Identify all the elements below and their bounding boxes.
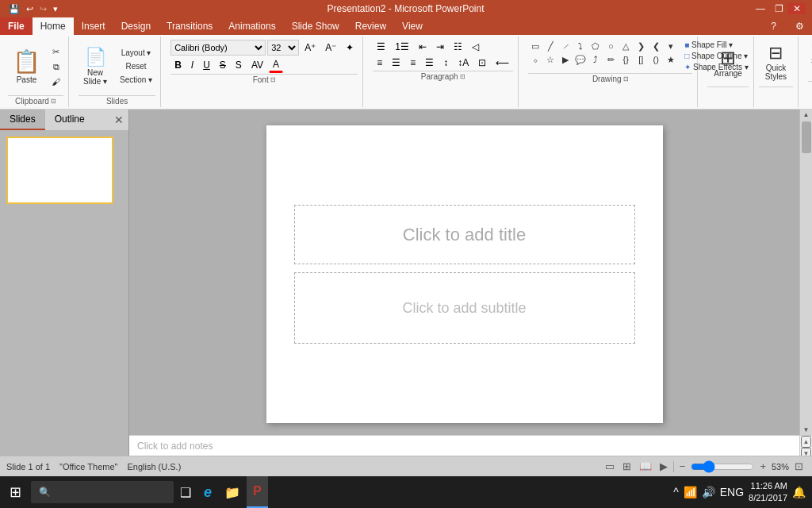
line-spacing-button[interactable]: ↕: [439, 56, 452, 70]
reading-view-button[interactable]: 📖: [637, 460, 654, 473]
slideshow-view-button[interactable]: ▶: [657, 460, 670, 473]
home-menu[interactable]: Home: [33, 17, 74, 35]
underline-button[interactable]: U: [199, 58, 214, 72]
shape-bracket[interactable]: []: [634, 53, 648, 66]
paragraph-expand-icon[interactable]: ⊡: [460, 73, 465, 80]
shape-callout[interactable]: 💬: [573, 53, 588, 66]
start-button[interactable]: ⊞: [0, 476, 31, 508]
taskbar-search[interactable]: [31, 481, 174, 503]
quick-access-save[interactable]: 💾: [6, 3, 22, 15]
shape-line[interactable]: ╱: [543, 40, 557, 52]
clipboard-expand-icon[interactable]: ⊡: [51, 98, 56, 105]
numbering-button[interactable]: 1☰: [391, 40, 413, 54]
fit-slide-button[interactable]: ⊡: [792, 460, 806, 473]
align-right-button[interactable]: ≡: [406, 56, 419, 70]
powerpoint-taskbar-button[interactable]: P: [247, 476, 268, 508]
font-color-button[interactable]: A: [269, 57, 283, 73]
font-size-select[interactable]: 32: [267, 40, 299, 56]
columns-button[interactable]: ☷: [450, 40, 466, 54]
ie-button[interactable]: e: [197, 476, 218, 508]
scroll-up-button[interactable]: ▲: [802, 110, 811, 120]
clear-format-button[interactable]: ✦: [342, 40, 358, 55]
justify-button[interactable]: ☰: [421, 56, 438, 70]
notifications-icon[interactable]: 🔔: [792, 486, 806, 498]
align-left-button[interactable]: ≡: [373, 56, 386, 70]
italic-button[interactable]: I: [187, 58, 197, 72]
normal-view-button[interactable]: ▭: [603, 460, 617, 473]
shape-circle[interactable]: ○: [603, 40, 618, 52]
shape-star5[interactable]: ★: [664, 53, 678, 66]
shape-paren[interactable]: (): [649, 53, 663, 66]
systray-expand-icon[interactable]: ^: [673, 486, 679, 498]
shape-freeform[interactable]: ✏: [603, 53, 618, 66]
shape-pentagon[interactable]: ⬠: [588, 40, 603, 52]
transitions-menu[interactable]: Transitions: [159, 17, 220, 35]
shape-play[interactable]: ▶: [558, 53, 573, 66]
layout-button[interactable]: Layout ▾: [117, 47, 155, 59]
bold-button[interactable]: B: [170, 58, 186, 72]
quick-styles-button[interactable]: ⊟ QuickStyles: [759, 38, 793, 86]
network-icon[interactable]: 📶: [684, 486, 697, 498]
shape-rect[interactable]: ▭: [528, 40, 542, 52]
arrange-button[interactable]: ⊞ Arrange: [707, 38, 749, 86]
slide-canvas[interactable]: Click to add title Click to add subtitle: [266, 125, 663, 423]
notes-scroll-up[interactable]: ▲: [801, 436, 812, 448]
strikethrough-button[interactable]: S: [216, 58, 230, 72]
shape-brace[interactable]: {}: [619, 53, 633, 66]
scroll-thumb[interactable]: [802, 121, 811, 153]
close-panel-button[interactable]: ✕: [109, 110, 128, 130]
maximize-button[interactable]: ❐: [770, 3, 788, 14]
animations-menu[interactable]: Animations: [220, 17, 283, 35]
review-menu[interactable]: Review: [347, 17, 394, 35]
select-button[interactable]: ↗Select ▾: [808, 68, 812, 80]
align-center-button[interactable]: ☰: [388, 56, 404, 70]
char-spacing-button[interactable]: AV: [247, 58, 267, 72]
shape-rtarrow[interactable]: ❯: [634, 40, 648, 52]
font-grow-button[interactable]: A⁺: [301, 40, 320, 55]
drawing-expand-icon[interactable]: ⊡: [623, 75, 629, 83]
outline-tab[interactable]: Outline: [45, 110, 94, 130]
shape-connector[interactable]: ⤵: [573, 40, 588, 52]
volume-icon[interactable]: 🔊: [702, 486, 715, 498]
font-shrink-button[interactable]: A⁻: [321, 40, 340, 55]
replace-button[interactable]: ⇄Replace: [808, 55, 812, 67]
quick-access-dropdown[interactable]: ▾: [51, 3, 60, 15]
increase-indent-button[interactable]: ⇥: [432, 40, 448, 54]
format-painter-button[interactable]: 🖌: [48, 75, 63, 88]
paste-button[interactable]: 📋 Paste: [8, 43, 45, 90]
options-button[interactable]: ⚙: [787, 17, 812, 35]
notes-area[interactable]: Click to add notes ▲ ▼: [129, 435, 812, 456]
copy-button[interactable]: ⧉: [48, 60, 63, 74]
quick-access-undo[interactable]: ↩: [24, 3, 36, 15]
smartart-button[interactable]: ⟵: [492, 56, 513, 70]
task-view-button[interactable]: ❑: [174, 476, 197, 508]
shadow-button[interactable]: S: [232, 58, 246, 72]
help-button[interactable]: ?: [763, 17, 784, 35]
title-placeholder[interactable]: Click to add title: [294, 205, 635, 264]
slides-tab[interactable]: Slides: [0, 110, 45, 130]
close-button[interactable]: ✕: [788, 3, 806, 14]
explorer-button[interactable]: 📁: [218, 476, 247, 508]
font-expand-icon[interactable]: ⊡: [270, 76, 276, 83]
scroll-down-button[interactable]: ▼: [802, 425, 811, 435]
view-menu[interactable]: View: [394, 17, 431, 35]
font-family-select[interactable]: Calibri (Body): [170, 40, 266, 56]
quick-access-redo[interactable]: ↪: [37, 3, 49, 15]
decrease-indent-button[interactable]: ⇤: [415, 40, 431, 54]
shape-triangle[interactable]: △: [619, 40, 633, 52]
zoom-out-button[interactable]: −: [677, 460, 688, 473]
zoom-in-button[interactable]: +: [757, 460, 768, 473]
find-button[interactable]: 🔍Find: [808, 41, 812, 53]
shape-more[interactable]: ▾: [664, 40, 678, 52]
shape-arrow[interactable]: ⟋: [558, 40, 573, 52]
notes-scroll-down[interactable]: ▼: [801, 448, 812, 456]
reset-button[interactable]: Reset: [117, 60, 155, 72]
shape-star[interactable]: ☆: [543, 53, 557, 66]
file-menu[interactable]: File: [0, 17, 33, 35]
slide-thumbnail-1[interactable]: [6, 137, 113, 204]
bullets-button[interactable]: ☰: [373, 40, 389, 54]
new-slide-button[interactable]: 📄 NewSlide ▾: [79, 43, 112, 90]
zoom-slider[interactable]: [691, 460, 754, 473]
shape-curve[interactable]: ⤴: [588, 53, 603, 66]
shape-diamond[interactable]: ⬦: [528, 53, 542, 66]
